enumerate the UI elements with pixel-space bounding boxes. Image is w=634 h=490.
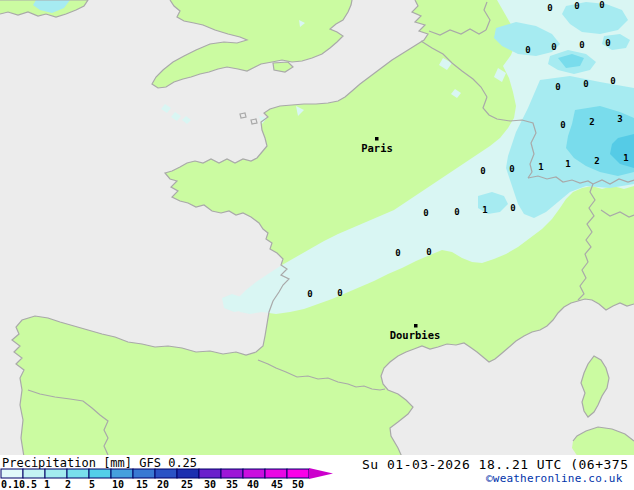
legend-tick-label: 45	[271, 479, 283, 490]
legend-segment-0.5	[23, 469, 45, 478]
legend-segment-30	[199, 469, 221, 478]
legend-color-scale: 0.10.5125101520253035404550	[0, 468, 345, 490]
footer-bar: Precipitation [mm] GFS 0.25 0.10.5125101…	[0, 455, 634, 490]
legend-segment-5	[89, 469, 111, 478]
legend-segment-50	[287, 469, 309, 478]
precip-value: 0	[454, 207, 459, 217]
weather-map-app: 000000000002300112110000000 ParisDourbie…	[0, 0, 634, 490]
legend-tick-label: 15	[136, 479, 148, 490]
city-marker	[375, 137, 379, 141]
precip-value: 2	[589, 117, 594, 127]
precip-value: 0	[555, 82, 560, 92]
legend-tick-label: 25	[181, 479, 193, 490]
legend-tick-label: 5	[89, 479, 95, 490]
legend-tick-label: 10	[112, 479, 124, 490]
precip-value: 1	[538, 162, 543, 172]
precip-value: 0	[599, 0, 604, 10]
precip-value: 0	[307, 289, 312, 299]
legend-tick-label: 2	[65, 479, 71, 490]
city-marker	[414, 324, 418, 328]
city-label: Paris	[361, 142, 393, 154]
precip-value: 0	[525, 45, 530, 55]
precip-value: 0	[423, 208, 428, 218]
precip-value: 0	[547, 3, 552, 13]
legend-tick-label: 30	[204, 479, 216, 490]
legend-tick-label: 40	[247, 479, 259, 490]
precip-value: 0	[510, 203, 515, 213]
precip-value: 1	[482, 205, 487, 215]
precipitation-map: 000000000002300112110000000 ParisDourbie…	[0, 0, 634, 457]
legend-tick-label: 35	[226, 479, 238, 490]
legend-tick-label: 20	[157, 479, 169, 490]
precip-value: 0	[610, 76, 615, 86]
precip-value: 0	[605, 38, 610, 48]
city-label: Dourbies	[390, 329, 441, 341]
precip-value: 3	[617, 114, 622, 124]
precip-value: 1	[623, 153, 628, 163]
legend-segment-45	[265, 469, 287, 478]
legend-segment-40	[243, 469, 265, 478]
legend-segment-35	[221, 469, 243, 478]
precip-value: 0	[579, 40, 584, 50]
precip-value: 0	[583, 79, 588, 89]
forecast-datetime: Su 01-03-2026 18..21 UTC (06+375	[362, 457, 628, 472]
legend-segment-20	[155, 469, 177, 478]
precip-value: 0	[426, 247, 431, 257]
copyright-text: ©weatheronline.co.uk	[486, 472, 622, 485]
legend-tick-label: 50	[292, 479, 304, 490]
precip-value: 0	[560, 120, 565, 130]
legend-segment-1	[45, 469, 67, 478]
legend-segment-25	[177, 469, 199, 478]
legend-segment-2	[67, 469, 89, 478]
precip-value: 0	[509, 164, 514, 174]
legend-tick-label: 1	[44, 479, 50, 490]
precip-value: 0	[337, 288, 342, 298]
legend-segment-10	[111, 469, 133, 478]
legend-segment-15	[133, 469, 155, 478]
legend-segment-0.1	[1, 469, 23, 478]
legend-tick-label: 0.5	[19, 479, 37, 490]
precip-value: 0	[395, 248, 400, 258]
precip-value: 0	[480, 166, 485, 176]
precip-value: 0	[574, 1, 579, 11]
precip-value: 2	[594, 156, 599, 166]
legend-tick-label: 0.1	[1, 479, 19, 490]
legend-arrow	[309, 468, 333, 479]
precip-value: 1	[565, 159, 570, 169]
precip-value: 0	[551, 42, 556, 52]
